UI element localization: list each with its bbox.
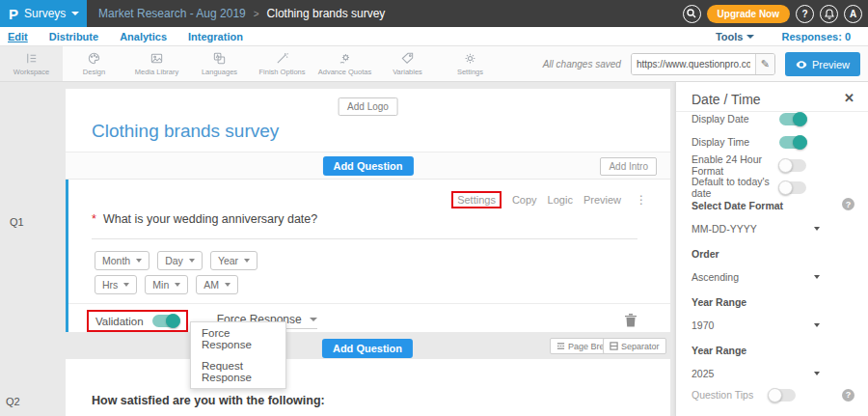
trash-icon [624,313,637,327]
toolbar-label: Finish Options [259,68,306,76]
add-intro-button[interactable]: Add Intro [600,157,657,176]
survey-title[interactable]: Clothing brands survey [92,121,279,142]
chevron-down-icon [814,227,820,231]
tab-edit[interactable]: Edit [8,31,28,42]
preview-label: Preview [812,59,850,70]
separator-label: Separator [621,342,660,351]
breadcrumb-folder[interactable]: Market Research - Aug 2019 [98,7,246,20]
setting-24-hour: Enable 24 Hour Format [692,157,853,173]
menu-item-force-response[interactable]: Force Response [191,322,285,355]
save-status: All changes saved [543,59,621,69]
tools-menu[interactable]: Tools [716,31,755,42]
toolbar-finish-options[interactable]: Finish Options [251,46,313,81]
toolbar-media-library[interactable]: Media Library [125,46,188,81]
menu-item-request-response[interactable]: Request Response [191,355,285,388]
year-range-start-select[interactable]: 1970 [692,319,820,331]
display-time-toggle[interactable] [779,136,806,149]
enable-24-hour-toggle[interactable] [779,159,806,172]
workspace-icon [24,51,39,66]
ampm-select[interactable]: AM [196,275,238,294]
setting-label: Default to today's date [692,176,779,199]
toolbar-label: Media Library [135,68,178,76]
hours-select[interactable]: Hrs [95,275,137,294]
date-select-row: Month Day Year [95,251,258,270]
order-select[interactable]: Ascending [692,271,820,283]
display-date-toggle[interactable] [779,113,806,125]
delete-question-button[interactable] [624,313,637,331]
minutes-select[interactable]: Min [145,275,188,294]
year-range-end-label: Year Range [692,345,746,356]
chevron-down-icon [123,283,129,287]
toolbar-label: Settings [457,68,483,76]
tab-integration[interactable]: Integration [188,31,243,42]
toggle-knob [768,388,782,402]
notifications-button[interactable] [820,5,838,23]
chevron-down-icon [814,372,820,375]
separator-icon [610,342,618,350]
separator-button[interactable]: Separator [603,338,666,354]
day-select[interactable]: Day [157,251,203,270]
section-nav: Edit Distribute Analytics Integration To… [0,27,868,46]
question-copy-link[interactable]: Copy [512,194,537,206]
year-range-start-label: Year Range [692,296,746,308]
toolbar-right: All changes saved ✎ Preview [543,46,860,82]
year-select[interactable]: Year [210,251,258,270]
toolbar-advance-quotas[interactable]: Advance Quotas [313,46,376,81]
chevron-down-icon [175,283,180,287]
setting-label: Display Time [692,136,749,148]
add-logo-button[interactable]: Add Logo [338,97,398,116]
edit-url-icon[interactable]: ✎ [755,54,774,74]
toolbar-design[interactable]: Design [63,46,125,81]
search-button[interactable] [683,5,701,23]
tab-distribute[interactable]: Distribute [49,31,98,42]
question-text-q1[interactable]: *What is your wedding anniversary date? [92,212,637,239]
question-tips-toggle[interactable] [769,389,796,402]
validation-toggle[interactable] [152,315,179,327]
toggle-knob [166,314,180,328]
kebab-menu-icon[interactable]: ⋮ [636,193,647,207]
question-preview-link[interactable]: Preview [583,194,621,206]
help-icon[interactable]: ? [842,389,854,402]
add-question-button-middle[interactable]: Add Question [322,339,413,358]
minutes-select-label: Min [152,279,169,291]
time-select-row: Hrs Min AM [95,275,238,294]
toolbar-workspace[interactable]: Workspace [0,46,63,81]
help-button[interactable]: ? [796,5,814,23]
question-settings-link[interactable]: Settings [451,191,502,208]
hours-select-label: Hrs [102,279,118,291]
toggle-knob [778,158,793,173]
toolbar-variables[interactable]: Variables [376,46,439,81]
close-icon[interactable]: ✕ [844,91,854,105]
palette-icon [87,51,101,66]
toolbar-label: Variables [393,68,422,76]
responses-count[interactable]: Responses: 0 [781,31,851,42]
question-text-q2[interactable]: How satisfied are you with the following… [92,394,325,407]
date-format-select[interactable]: MM-DD-YYYY [692,223,820,235]
survey-url-input[interactable] [632,54,755,74]
toolbar-languages[interactable]: Languages [188,46,251,81]
toolbar-settings[interactable]: Settings [439,46,502,81]
section-nav-items: Edit Distribute Analytics Integration [0,31,243,42]
panel-title: Date / Time [692,92,761,107]
magic-wand-icon [275,51,289,66]
upgrade-now-button[interactable]: Upgrade Now [707,5,790,23]
surveys-menu[interactable]: P Surveys [0,0,87,27]
force-response-menu: Force Response Request Response [190,321,286,389]
preview-button[interactable]: Preview [785,52,860,76]
search-icon [687,9,696,18]
account-avatar[interactable]: A [844,5,862,23]
help-icon[interactable]: ? [842,198,854,210]
tag-icon [400,51,415,66]
date-format-value: MM-DD-YYYY [692,223,757,235]
default-today-toggle[interactable] [779,181,806,194]
question-logic-link[interactable]: Logic [548,194,573,206]
divider [68,303,670,304]
setting-default-today: Default to today's date [692,180,853,195]
chevron-down-icon [136,259,142,263]
topbar-actions: Upgrade Now ? A [683,0,862,27]
month-select[interactable]: Month [95,251,149,270]
year-range-end-select[interactable]: 2025 [692,368,820,379]
add-question-button-top[interactable]: Add Question [322,156,413,176]
tab-analytics[interactable]: Analytics [120,31,167,42]
day-select-label: Day [165,255,183,266]
